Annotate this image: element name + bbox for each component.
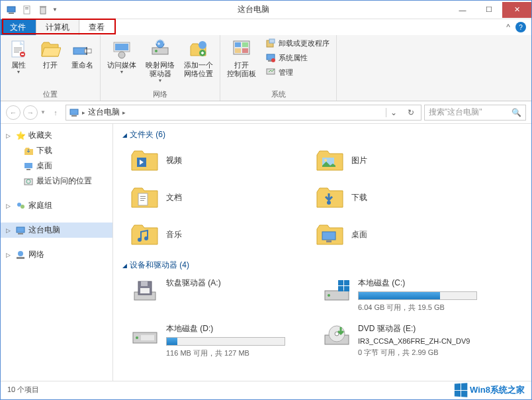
svg-rect-46	[17, 257, 24, 259]
search-placeholder: 搜索"这台电脑"	[429, 107, 482, 118]
svg-rect-51	[138, 193, 148, 205]
svg-point-41	[17, 203, 21, 207]
tree-this-pc[interactable]: ▷这台电脑	[1, 223, 112, 238]
hdd-icon	[129, 323, 161, 350]
drive-dvd[interactable]: DVD 驱动器 (E:) IR3_CCSA_X86FRE_ZH-CN_DV9 0…	[318, 321, 504, 361]
up-button[interactable]: ↑	[48, 105, 63, 120]
tree-network[interactable]: ▷网络	[1, 247, 112, 262]
manage-button[interactable]: 管理	[261, 66, 333, 79]
svg-rect-27	[235, 48, 241, 53]
video-folder-icon	[129, 147, 161, 174]
svg-rect-19	[152, 48, 168, 54]
maximize-button[interactable]: ☐	[476, 2, 502, 18]
forward-button[interactable]: →	[23, 105, 38, 120]
close-button[interactable]: ✕	[502, 2, 531, 18]
nav-tree: ▷⭐收藏夹 下载 桌面 最近访问的位置 ▷家庭组 ▷这台电脑 ▷网络	[1, 124, 113, 381]
folder-downloads[interactable]: 下载	[312, 181, 490, 213]
pc-icon	[15, 225, 26, 236]
help-icon[interactable]: ?	[515, 22, 526, 32]
svg-rect-3	[25, 7, 28, 8]
ribbon-tabs: 文件 计算机 查看 ^ ?	[1, 19, 531, 35]
svg-rect-14	[85, 49, 91, 53]
tab-file[interactable]: 文件	[1, 19, 36, 35]
rename-button[interactable]: 重命名	[67, 36, 97, 88]
svg-rect-53	[140, 198, 146, 199]
svg-rect-2	[24, 6, 30, 14]
bc-dropdown-icon[interactable]: ⌄	[386, 108, 401, 117]
window-controls: — ☐ ✕	[449, 2, 531, 18]
qat-properties-icon[interactable]	[22, 5, 32, 15]
navbar: ← → ▼ ↑ ▸ 这台电脑 ▸ ⌄ ↻ 搜索"这台电脑" 🔍	[1, 101, 531, 124]
downloads-folder-icon	[314, 184, 346, 211]
breadcrumb[interactable]: ▸ 这台电脑 ▸ ⌄ ↻	[66, 105, 421, 121]
tree-recent[interactable]: 最近访问的位置	[1, 174, 112, 189]
svg-rect-58	[322, 232, 335, 240]
homegroup-icon	[15, 201, 26, 211]
properties-button[interactable]: 属性 ▼	[3, 36, 34, 88]
svg-rect-28	[242, 48, 248, 53]
tab-view[interactable]: 查看	[79, 19, 114, 35]
svg-point-56	[138, 238, 142, 242]
svg-rect-67	[344, 280, 349, 285]
folder-music[interactable]: 音乐	[126, 219, 305, 250]
folder-documents[interactable]: 文档	[126, 181, 305, 213]
chevron-right-icon[interactable]: ▸	[82, 109, 85, 116]
svg-rect-68	[338, 286, 343, 291]
map-drive-button[interactable]: 映射网络 驱动器 ▼	[142, 36, 179, 88]
svg-rect-4	[25, 9, 28, 9]
desktop-folder-icon	[314, 221, 346, 248]
search-input[interactable]: 搜索"这台电脑" 🔍	[424, 105, 526, 121]
folder-video[interactable]: 视频	[126, 144, 305, 176]
tree-homegroup[interactable]: ▷家庭组	[1, 198, 112, 213]
svg-rect-66	[338, 280, 343, 285]
drives-grid: 软盘驱动器 (A:) 本地磁盘 (C:) 6.04 GB 可用，共 19.5 G…	[122, 275, 522, 361]
minimize-button[interactable]: —	[449, 2, 476, 18]
star-icon: ⭐	[15, 130, 26, 141]
breadcrumb-text[interactable]: 这台电脑	[88, 107, 120, 118]
qat-undelete-icon[interactable]	[38, 5, 48, 15]
add-location-button[interactable]: 添加一个 网络位置	[180, 36, 217, 88]
documents-folder-icon	[129, 184, 161, 211]
control-panel-button[interactable]: 打开 控制面板	[223, 36, 260, 88]
recent-dropdown-icon[interactable]: ▼	[40, 109, 46, 115]
svg-point-42	[21, 205, 24, 209]
open-button[interactable]: 打开	[35, 36, 66, 88]
qat-this-pc-icon[interactable]	[6, 5, 17, 15]
window-title: 这台电脑	[58, 4, 449, 15]
svg-rect-54	[140, 200, 144, 201]
system-properties-button[interactable]: 系统属性	[261, 51, 333, 64]
svg-rect-63	[140, 288, 150, 293]
svg-rect-30	[269, 39, 275, 43]
refresh-icon[interactable]: ↻	[404, 108, 418, 117]
tree-favorites[interactable]: ▷⭐收藏夹	[1, 128, 112, 143]
svg-point-20	[155, 50, 157, 52]
drive-c-bar	[358, 291, 477, 300]
content-pane: ◢文件夹 (6) 视频 图片 文档 下载 音乐 桌面 ◢设备和驱动器 (4) 软…	[113, 124, 531, 381]
uninstall-button[interactable]: 卸载或更改程序	[261, 36, 333, 50]
statusbar: 10 个项目	[1, 381, 531, 398]
svg-rect-10	[14, 52, 19, 52]
back-button[interactable]: ←	[6, 105, 21, 120]
drive-d[interactable]: 本地磁盘 (D:) 116 MB 可用，共 127 MB	[126, 321, 312, 361]
devices-section-header[interactable]: ◢设备和驱动器 (4)	[122, 260, 522, 271]
drive-floppy[interactable]: 软盘驱动器 (A:)	[126, 275, 312, 315]
breadcrumb-pc-icon	[69, 107, 79, 118]
svg-rect-43	[17, 227, 24, 232]
desktop-icon	[23, 161, 34, 172]
folders-section-header[interactable]: ◢文件夹 (6)	[122, 129, 522, 140]
drive-c[interactable]: 本地磁盘 (C:) 6.04 GB 可用，共 19.5 GB	[318, 275, 504, 315]
collapse-ribbon-icon[interactable]: ^	[506, 23, 510, 32]
svg-point-65	[328, 294, 330, 297]
qat-dropdown-icon[interactable]: ▼	[52, 7, 58, 13]
folder-desktop[interactable]: 桌面	[312, 219, 490, 250]
tree-downloads[interactable]: 下载	[1, 143, 112, 158]
tab-computer[interactable]: 计算机	[36, 19, 79, 35]
folder-pictures[interactable]: 图片	[312, 144, 490, 176]
chevron-right-icon[interactable]: ▸	[122, 109, 126, 116]
svg-point-57	[144, 236, 148, 240]
ribbon-group-system: 打开 控制面板 卸载或更改程序 系统属性 管理 系统	[220, 35, 337, 101]
tree-desktop[interactable]: 桌面	[1, 158, 112, 174]
floppy-icon	[129, 277, 161, 304]
access-media-button[interactable]: 访问媒体 ▼	[103, 36, 140, 88]
svg-point-45	[18, 251, 23, 256]
